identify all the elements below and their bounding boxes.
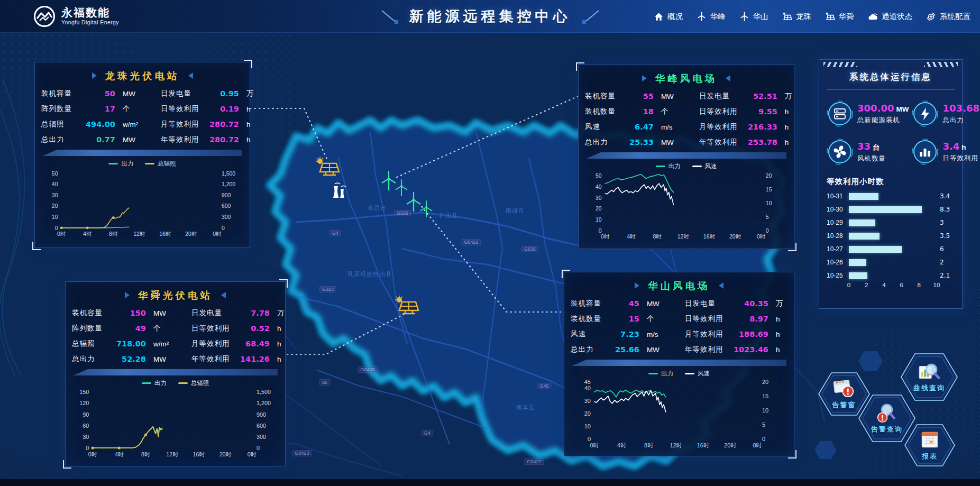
legend-item: 出力 (648, 370, 673, 378)
corner-bracket (32, 242, 41, 250)
metric-unit: 万 (277, 308, 295, 318)
metric-unit: h (246, 136, 264, 144)
axis-tick: 8 (918, 282, 921, 288)
svg-text:8时: 8时 (644, 442, 653, 448)
svg-text:15: 15 (762, 393, 768, 399)
svg-text:1,200: 1,200 (222, 181, 235, 187)
svg-text:0时: 0时 (248, 451, 257, 457)
metric-unit: MW (123, 90, 150, 98)
bar-category: 10-31 (827, 192, 849, 200)
metric-value: 52.51 (748, 92, 785, 100)
metric-value: 25.66 (615, 345, 647, 354)
system-stats: 300.00MW 总新能源装机 103.68MW 总出力 (827, 100, 955, 165)
bar-track (849, 246, 937, 253)
metric-row: 总辐照718.00w/m² (72, 338, 181, 350)
metric-unit: h (776, 331, 794, 338)
metric-value: 280.72 (209, 135, 246, 144)
nav-item-system-config[interactable]: 系统配置 (926, 12, 970, 22)
alarm-query-icon (876, 403, 898, 423)
svg-text:50: 50 (596, 172, 602, 179)
metric-unit: h (277, 325, 295, 333)
nav-item-channel-status[interactable]: 通道状态 (868, 12, 912, 22)
svg-text:1,500: 1,500 (257, 389, 271, 395)
svg-text:20: 20 (52, 203, 58, 209)
report-icon (919, 430, 941, 450)
title-left-decoration (381, 7, 402, 25)
metric-label: 日发电量 (685, 299, 734, 308)
metric-row: 装机数量18个 (585, 106, 689, 117)
station-title-text: 龙珠光伏电站 (105, 69, 180, 82)
metric-unit: MW (647, 346, 674, 354)
fan-icon (827, 139, 853, 165)
solar-panel-icon (782, 12, 792, 22)
svg-text:16时: 16时 (193, 451, 205, 457)
hours-bar-row: 10-283.5 (827, 232, 955, 240)
svg-text:8时: 8时 (653, 233, 662, 240)
svg-text:60: 60 (83, 423, 89, 429)
metric-value: 52.28 (116, 355, 153, 363)
svg-text:600: 600 (257, 423, 266, 429)
title-left-arrow-icon (92, 72, 97, 79)
metric-label: 总出力 (571, 345, 615, 354)
report-button[interactable]: 报表 (904, 421, 956, 469)
metric-row: 装机容量50MW (41, 88, 150, 99)
metric-value: 253.78 (748, 138, 785, 146)
metric-unit: m/s (661, 123, 689, 131)
metric-label: 月等效利用 (191, 339, 240, 349)
bar (849, 206, 922, 213)
chart-legend: 出力总辐照 (72, 379, 279, 387)
station-chart: 出力总辐照 030609012015003006009001,2001,5000… (72, 379, 279, 460)
panel-shelf-decoration (42, 150, 242, 156)
metric-unit: h (277, 355, 295, 363)
metric-row: 年等效利用141.26h (191, 353, 295, 365)
metric-row: 年等效利用1023.46h (685, 344, 794, 355)
svg-text:0时: 0时 (213, 231, 222, 237)
nav-item-huashan[interactable]: 华山 (739, 12, 768, 22)
bar-track (849, 193, 937, 200)
nav-item-longzhu[interactable]: 龙珠 (782, 12, 811, 22)
legend-item: 风速 (692, 162, 717, 170)
bar (849, 272, 867, 279)
svg-text:0: 0 (588, 436, 591, 442)
metric-label: 月等效利用 (699, 122, 748, 132)
legend-item: 总辐照 (145, 160, 176, 168)
bar-value: 2.1 (940, 272, 950, 279)
series-出力 (93, 427, 162, 448)
nav-item-overview[interactable]: 概况 (654, 12, 683, 22)
svg-text:0时: 0时 (57, 231, 66, 237)
svg-text:8时: 8时 (109, 231, 118, 237)
svg-text:0: 0 (762, 436, 765, 442)
series-总辐照 (61, 208, 129, 228)
metric-row: 日等效利用8.97h (685, 313, 794, 325)
metric-unit: MW (153, 355, 181, 363)
metric-value: 718.00 (116, 340, 153, 348)
bar-category: 10-27 (827, 245, 849, 253)
panel-shelf-decoration (572, 360, 786, 366)
svg-text:20时: 20时 (729, 233, 741, 240)
metric-value: 0.95 (209, 89, 246, 98)
legend-item: 出力 (656, 162, 681, 170)
svg-text:0时: 0时 (601, 233, 610, 240)
bar-category: 10-25 (827, 272, 849, 279)
svg-text:300: 300 (257, 434, 266, 440)
legend-swatch (142, 382, 151, 384)
bar (849, 219, 875, 226)
svg-text:15: 15 (766, 186, 772, 192)
series-marker (86, 226, 89, 229)
svg-text:12时: 12时 (166, 451, 178, 457)
svg-text:900: 900 (222, 192, 231, 198)
metric-row: 日发电量7.78万 (191, 307, 295, 319)
title-right-arrow-icon (188, 72, 193, 79)
corner-bracket (279, 279, 288, 288)
metric-row: 年等效利用253.78h (699, 136, 803, 148)
nav-item-huafeng[interactable]: 华峰 (697, 12, 726, 22)
nav-item-huashun[interactable]: 华舜 (825, 12, 854, 22)
bar (849, 259, 866, 266)
metric-unit: h (776, 315, 794, 323)
curve-query-icon (918, 362, 940, 382)
hours-bar-row: 10-252.1 (827, 271, 955, 280)
system-summary-panel: 系统总体运行信息 300.00MW 总新能源装机 103.68MW (819, 59, 963, 309)
svg-text:20: 20 (596, 205, 602, 212)
metric-label: 日发电量 (161, 89, 209, 98)
station-panel-huashan: 华山风电场 装机容量45MW装机数量15个风速7.23m/s总出力25.66MW… (564, 272, 794, 456)
